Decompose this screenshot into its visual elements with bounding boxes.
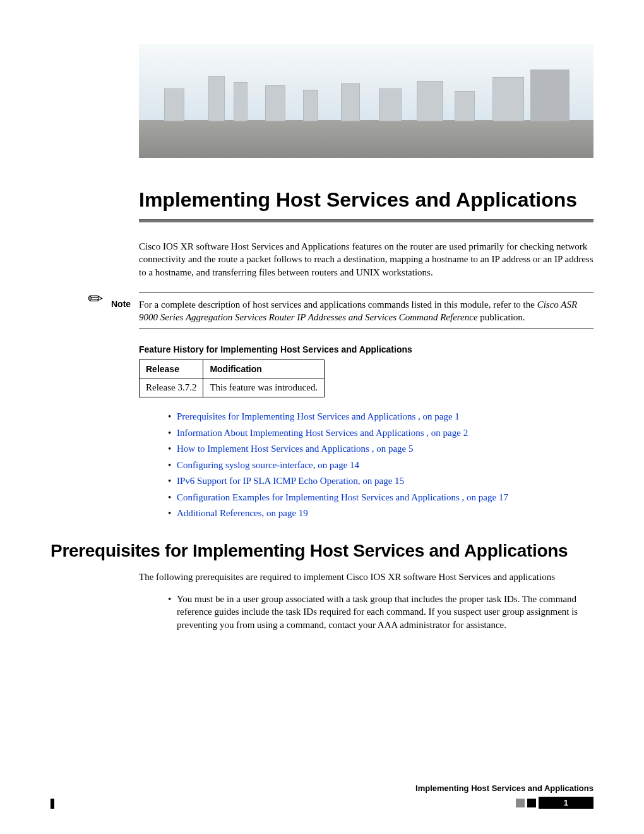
note-text: For a complete description of host servi… bbox=[139, 298, 593, 324]
table-header-modification: Modification bbox=[203, 360, 325, 378]
section-body: The following prerequisites are required… bbox=[139, 571, 593, 583]
feature-history-table: Release Modification Release 3.7.2 This … bbox=[139, 360, 325, 397]
toc-link-ipv6[interactable]: IPv6 Support for IP SLA ICMP Echo Operat… bbox=[177, 476, 404, 486]
footer-page-number: 1 bbox=[539, 797, 593, 809]
page-title: Implementing Host Services and Applicati… bbox=[139, 188, 593, 212]
section-heading-prerequisites: Prerequisites for Implementing Host Serv… bbox=[51, 541, 593, 561]
feature-history-heading: Feature History for Implementing Host Se… bbox=[139, 344, 593, 354]
footer-left-mark bbox=[51, 799, 54, 809]
table-row: Release 3.7.2 This feature was introduce… bbox=[140, 378, 325, 397]
toc-link-information[interactable]: Information About Implementing Host Serv… bbox=[177, 428, 468, 438]
table-cell-modification: This feature was introduced. bbox=[203, 378, 325, 397]
toc-link-syslog[interactable]: Configuring syslog source-interface, on … bbox=[177, 460, 359, 470]
banner-image bbox=[139, 44, 593, 158]
intro-paragraph: Cisco IOS XR software Host Services and … bbox=[139, 240, 593, 279]
note-label: Note bbox=[111, 298, 139, 324]
toc-link-prerequisites[interactable]: Prerequisites for Implementing Host Serv… bbox=[177, 411, 460, 421]
table-cell-release: Release 3.7.2 bbox=[140, 378, 203, 397]
title-rule bbox=[139, 219, 593, 222]
note-block: ✎ Note For a complete description of hos… bbox=[51, 293, 593, 330]
toc-list: Prerequisites for Implementing Host Serv… bbox=[152, 409, 593, 522]
toc-link-howto[interactable]: How to Implement Host Services and Appli… bbox=[177, 444, 414, 454]
footer-title: Implementing Host Services and Applicati… bbox=[51, 783, 593, 793]
table-header-release: Release bbox=[140, 360, 203, 378]
list-item: You must be in a user group associated w… bbox=[177, 593, 593, 631]
footer-decor-block bbox=[527, 799, 536, 807]
page-footer: Implementing Host Services and Applicati… bbox=[51, 783, 593, 809]
toc-link-references[interactable]: Additional References, on page 19 bbox=[177, 508, 308, 518]
note-icon: ✎ bbox=[83, 286, 109, 311]
toc-link-examples[interactable]: Configuration Examples for Implementing … bbox=[177, 492, 508, 502]
footer-decor-block bbox=[516, 799, 525, 807]
